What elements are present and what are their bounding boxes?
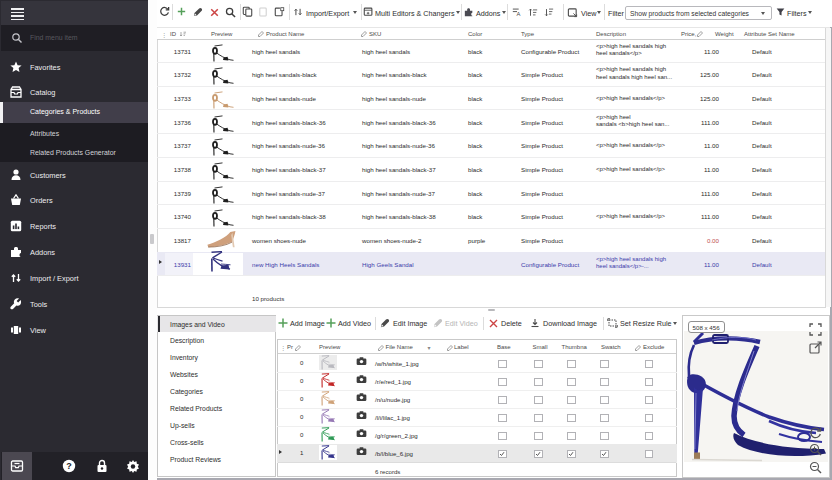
svg-text:?: ? <box>66 461 72 471</box>
svg-text:A: A <box>517 11 521 17</box>
